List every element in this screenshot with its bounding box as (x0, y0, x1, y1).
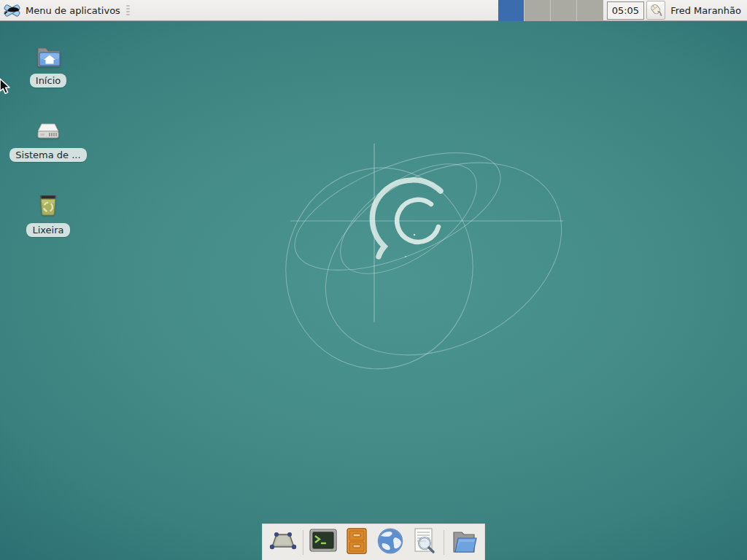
panel-grip-handle[interactable] (126, 4, 131, 16)
applications-menu-label: Menu de aplicativos (26, 4, 120, 16)
dock-separator (444, 530, 444, 555)
file-manager-icon (449, 529, 479, 556)
file-cabinet-launcher[interactable] (341, 526, 373, 559)
file-cabinet-icon (344, 527, 370, 558)
top-panel: Menu de aplicativos 05:05 (0, 0, 747, 21)
document-search-icon (410, 527, 438, 558)
dock-separator (303, 530, 303, 555)
desktop-icon-label: Lixeira (26, 223, 69, 237)
show-desktop-button[interactable] (267, 526, 299, 559)
workspace-2[interactable] (525, 0, 551, 21)
clock[interactable]: 05:05 (607, 1, 644, 20)
filesystem-drive-icon (34, 114, 63, 144)
desktop-icon-label: Sistema de ... (9, 148, 86, 162)
wallpaper-line-art (0, 0, 747, 560)
web-browser-launcher[interactable] (374, 526, 406, 559)
workspace-3[interactable] (551, 0, 577, 21)
terminal-launcher[interactable] (307, 526, 339, 559)
show-desktop-icon (268, 529, 298, 556)
file-manager-launcher[interactable] (448, 526, 480, 559)
workspace-1[interactable] (498, 0, 525, 21)
workspace-switcher[interactable] (498, 0, 603, 21)
desktop-icon-filesystem[interactable]: Sistema de ... (8, 114, 88, 162)
debian-swirl (372, 180, 441, 257)
application-finder-launcher[interactable] (408, 526, 440, 559)
trash-can-icon (34, 190, 62, 219)
mouse-device-icon (649, 2, 663, 19)
desktop-icon-home[interactable]: Início (8, 40, 88, 88)
desktop-icon-label: Início (30, 74, 66, 88)
terminal-icon (309, 528, 338, 557)
logged-in-user-name[interactable]: Fred Maranhão (670, 4, 741, 16)
web-browser-icon (376, 527, 404, 558)
applications-menu-button[interactable]: Menu de aplicativos (0, 0, 131, 20)
mouse-settings-button[interactable] (646, 1, 665, 20)
xfce-mouse-logo-icon (3, 3, 21, 18)
home-folder-icon (34, 40, 63, 69)
desktop-icon-trash[interactable]: Lixeira (8, 190, 88, 237)
workspace-4[interactable] (577, 0, 603, 21)
desktop-wallpaper (0, 0, 747, 560)
mouse-cursor (0, 78, 12, 98)
bottom-dock-panel (262, 524, 485, 560)
